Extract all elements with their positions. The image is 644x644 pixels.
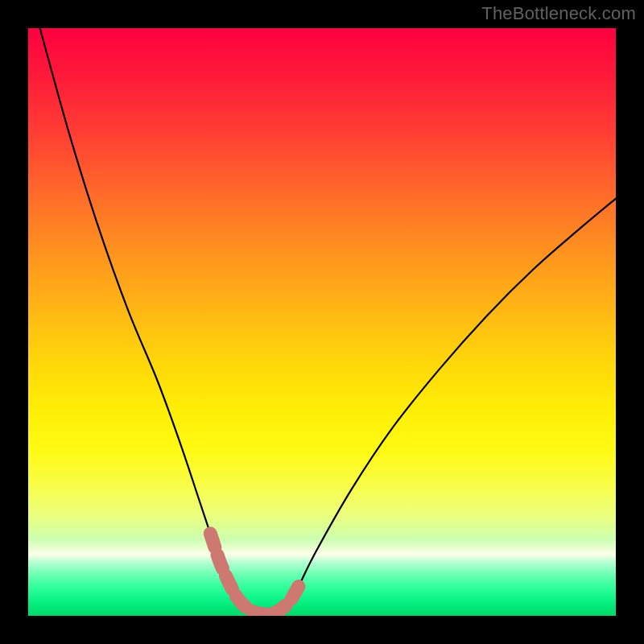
curve-minimum-highlight xyxy=(210,534,299,614)
watermark-text: TheBottleneck.com xyxy=(481,3,636,24)
plot-area xyxy=(28,28,616,616)
chart-frame: TheBottleneck.com xyxy=(0,0,644,644)
curve-svg xyxy=(28,28,616,616)
bottleneck-curve-line xyxy=(40,28,616,614)
